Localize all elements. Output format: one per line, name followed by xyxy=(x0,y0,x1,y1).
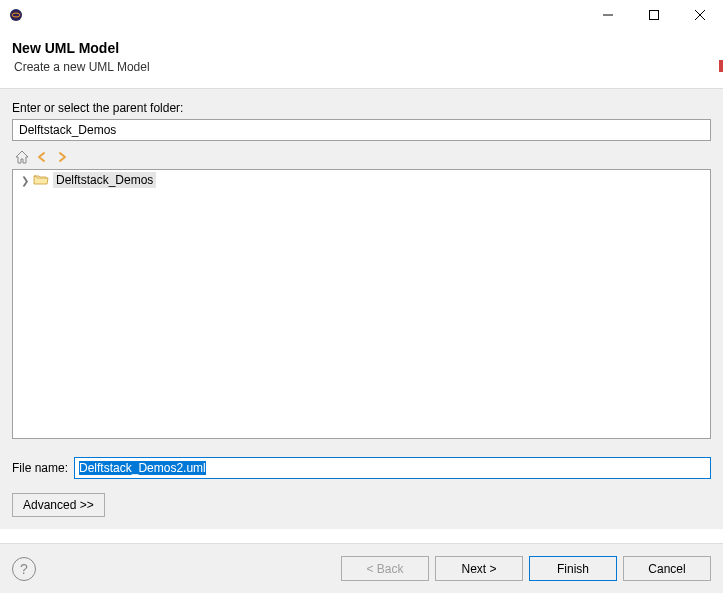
chevron-right-icon[interactable]: ❯ xyxy=(19,175,31,186)
filename-row: File name: Delftstack_Demos2.uml xyxy=(12,457,711,479)
back-arrow-icon[interactable] xyxy=(34,149,50,165)
window-controls xyxy=(585,0,723,30)
page-title: New UML Model xyxy=(12,40,711,56)
tree-item-label: Delftstack_Demos xyxy=(53,172,156,188)
filename-input[interactable]: Delftstack_Demos2.uml xyxy=(74,457,711,479)
home-icon[interactable] xyxy=(14,149,30,165)
folder-tree[interactable]: ❯ Delftstack_Demos xyxy=(12,169,711,439)
wizard-content: Enter or select the parent folder: ❯ Del… xyxy=(0,88,723,529)
svg-rect-3 xyxy=(650,11,659,20)
next-button[interactable]: Next > xyxy=(435,556,523,581)
wizard-footer: ? < Back Next > Finish Cancel xyxy=(0,543,723,593)
titlebar xyxy=(0,0,723,30)
filename-value: Delftstack_Demos2.uml xyxy=(79,461,206,475)
parent-folder-label: Enter or select the parent folder: xyxy=(12,101,711,115)
eclipse-icon xyxy=(8,7,24,23)
footer-buttons: < Back Next > Finish Cancel xyxy=(341,556,711,581)
minimize-button[interactable] xyxy=(585,0,631,30)
finish-button[interactable]: Finish xyxy=(529,556,617,581)
cancel-button[interactable]: Cancel xyxy=(623,556,711,581)
parent-folder-input[interactable] xyxy=(12,119,711,141)
header-accent xyxy=(719,60,723,72)
tree-item[interactable]: ❯ Delftstack_Demos xyxy=(13,170,710,190)
filename-label: File name: xyxy=(12,461,68,475)
help-icon[interactable]: ? xyxy=(12,557,36,581)
folder-open-icon xyxy=(33,172,49,188)
forward-arrow-icon[interactable] xyxy=(54,149,70,165)
page-subtitle: Create a new UML Model xyxy=(14,60,711,74)
advanced-button[interactable]: Advanced >> xyxy=(12,493,105,517)
back-button: < Back xyxy=(341,556,429,581)
maximize-button[interactable] xyxy=(631,0,677,30)
close-button[interactable] xyxy=(677,0,723,30)
tree-toolbar xyxy=(12,145,711,169)
wizard-header: New UML Model Create a new UML Model xyxy=(0,30,723,88)
